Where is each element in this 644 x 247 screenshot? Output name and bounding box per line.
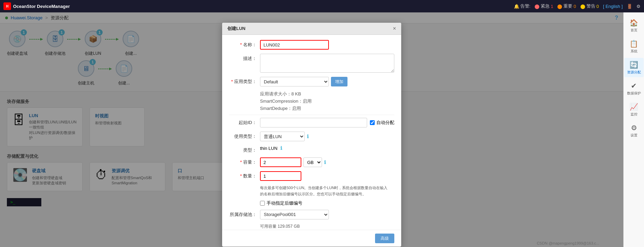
topbar: H OceanStor DeviceManager 🔔 告警: ⬤ 紧急 1 ⬤…	[0, 0, 644, 12]
urgent-label: 紧急	[541, 3, 550, 9]
app-hint3: SmartDedupe：启用	[260, 106, 301, 111]
app-type-row: 应用类型： Default 增加	[229, 77, 394, 86]
app-logo: H OceanStor DeviceManager	[3, 2, 70, 10]
capacity-input[interactable]	[260, 157, 301, 167]
desc-label: 描述：	[229, 54, 257, 62]
count-input[interactable]	[260, 171, 301, 181]
app-hint2: SmartCompression：启用	[260, 99, 312, 104]
warning-count: 0	[596, 4, 599, 9]
app-type-wrap: Default 增加	[260, 77, 394, 86]
auto-assign-checkbox[interactable]	[370, 120, 375, 125]
pool-capacity-info: 可用容量 129.057 GB	[260, 224, 394, 229]
name-input[interactable]	[260, 40, 329, 50]
capacity-unit-select[interactable]: GB TB MB	[303, 157, 322, 167]
data-protection-label: 数据保护	[627, 91, 641, 96]
add-app-type-button[interactable]: 增加	[331, 77, 347, 86]
app-hint1: 应用请求大小：8 KB	[260, 91, 301, 96]
resources-label: 资源分配	[627, 70, 641, 75]
modal-title: 创建LUN	[227, 25, 246, 32]
logout-icon[interactable]: 🚪	[627, 4, 632, 9]
desc-input[interactable]	[260, 54, 394, 73]
count-note: 每次最多可创建500个LUN。当创建多个LUN时，系统会根据数量自动在输入 的名…	[260, 185, 394, 197]
capacity-row: 容量： GB TB MB ℹ	[229, 157, 394, 167]
lun-type-label: 类型：	[229, 145, 257, 153]
sidebar-nav-system[interactable]: 📋 系统	[624, 37, 644, 56]
language-selector[interactable]: [ English ]	[603, 4, 623, 9]
settings-icon[interactable]: ⚙	[636, 4, 641, 9]
pool-select[interactable]: StoragePool001	[260, 210, 329, 219]
content-area: Huawei.Storage > 资源分配 ? 💿 1 创建硬盘域	[0, 12, 623, 247]
auto-assign-wrap: 自动分配	[370, 120, 394, 126]
app-hints: 应用请求大小：8 KB SmartCompression：启用 SmartDed…	[260, 91, 394, 112]
count-label: 数量：	[229, 171, 257, 179]
manual-suffix-label: 手动指定后缀编号	[267, 200, 302, 206]
name-row: 名称：	[229, 40, 394, 50]
warning-item[interactable]: ⬤ 警告 0	[580, 3, 599, 9]
use-type-wrap: 普通LUN ℹ	[260, 132, 394, 141]
settings-label: 设置	[631, 133, 637, 138]
use-type-row: 使用类型： 普通LUN ℹ	[229, 132, 394, 141]
lun-type-value-wrap: thin LUN ℹ	[260, 145, 282, 151]
important-label: 重要	[563, 3, 572, 9]
monitor-icon: 📈	[630, 103, 638, 111]
urgent-count: 1	[551, 4, 553, 9]
important-item[interactable]: ⬤ 重要 0	[557, 3, 576, 9]
speaker-icon: 🔔	[514, 4, 519, 9]
urgent-icon: ⬤	[534, 4, 540, 9]
pool-label: 所属存储池：	[229, 210, 257, 218]
app-type-label: 应用类型：	[229, 77, 257, 85]
lun-type-row: 类型： thin LUN ℹ	[229, 145, 394, 153]
app-type-select[interactable]: Default	[260, 77, 329, 86]
topbar-right: 🔔 告警: ⬤ 紧急 1 ⬤ 重要 0 ⬤ 警告 0 [ English ] 🚪…	[514, 3, 641, 9]
modal-overlay: 创建LUN × 名称： 描述：	[0, 12, 623, 247]
settings-icon: ⚙	[631, 124, 637, 132]
main-layout: Huawei.Storage > 资源分配 ? 💿 1 创建硬盘域	[0, 12, 644, 247]
monitor-label: 监控	[631, 112, 637, 117]
logo-icon: H	[3, 2, 11, 10]
sidebar-nav-resources[interactable]: 🔄 资源分配	[624, 58, 644, 77]
data-protection-icon: ✔	[631, 82, 637, 90]
create-lun-modal: 创建LUN × 名称： 描述：	[222, 23, 401, 247]
use-type-select[interactable]: 普通LUN	[260, 132, 305, 141]
manual-suffix-wrap: 手动指定后缀编号	[260, 200, 394, 206]
start-id-input[interactable]	[260, 118, 367, 127]
sidebar-nav-settings[interactable]: ⚙ 设置	[624, 121, 644, 140]
advanced-button[interactable]: 高级	[375, 234, 394, 243]
capacity-label: 容量：	[229, 157, 257, 165]
modal-footer: 高级	[222, 230, 401, 247]
manual-suffix-row: 手动指定后缀编号	[260, 200, 394, 206]
lun-type-info-icon[interactable]: ℹ	[280, 145, 282, 151]
urgent-item[interactable]: ⬤ 紧急 1	[534, 3, 553, 9]
home-label: 首页	[631, 28, 637, 33]
modal-header: 创建LUN ×	[222, 23, 401, 35]
warning-icon: ⬤	[580, 4, 585, 9]
home-icon: 🏠	[630, 19, 638, 27]
manual-suffix-checkbox[interactable]	[260, 201, 265, 206]
important-icon: ⬤	[557, 4, 562, 9]
use-type-info-icon[interactable]: ℹ	[307, 134, 309, 139]
important-count: 0	[573, 4, 576, 9]
use-type-label: 使用类型：	[229, 132, 257, 140]
sidebar-nav-home[interactable]: 🏠 首页	[624, 16, 644, 35]
system-label: 系统	[631, 49, 637, 54]
pool-select-wrap: StoragePool001	[260, 210, 394, 219]
right-sidebar: 🏠 首页 📋 系统 🔄 资源分配 ✔ 数据保护 📈 监控 ⚙ 设置	[623, 12, 644, 247]
divider1	[229, 115, 394, 115]
alert-item[interactable]: 🔔 告警:	[514, 3, 531, 9]
sidebar-nav-monitor[interactable]: 📈 监控	[624, 100, 644, 119]
lun-type-value: thin LUN	[260, 146, 278, 151]
desc-row: 描述：	[229, 54, 394, 73]
modal-close-button[interactable]: ×	[393, 25, 396, 32]
modal-body: 名称： 描述： 应用类型： Default	[222, 35, 401, 230]
sidebar-nav-data-protection[interactable]: ✔ 数据保护	[624, 79, 644, 98]
warning-label: 警告	[586, 3, 595, 9]
alert-label: 告警:	[520, 3, 531, 9]
capacity-info-icon[interactable]: ℹ	[324, 159, 326, 165]
auto-assign-label: 自动分配	[376, 120, 394, 126]
name-label: 名称：	[229, 40, 257, 48]
app-title: OceanStor DeviceManager	[13, 4, 70, 9]
system-icon: 📋	[630, 40, 638, 48]
start-id-label: 起始ID：	[229, 118, 257, 126]
start-id-row: 起始ID： 自动分配	[229, 118, 394, 127]
resources-icon: 🔄	[630, 61, 638, 69]
